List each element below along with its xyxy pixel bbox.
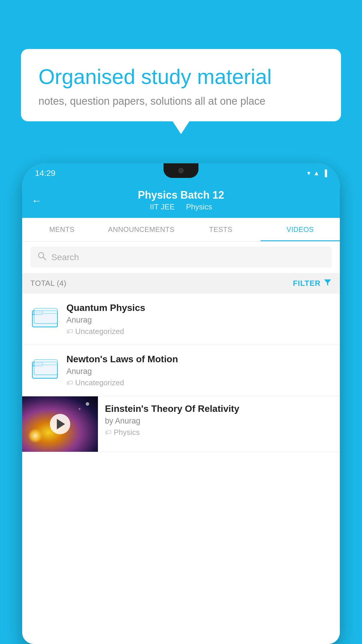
tag-icon-1: 🏷 — [66, 328, 73, 335]
signal-icon: ▲ — [313, 169, 320, 177]
video-item-2[interactable]: Newton's Laws of Motion Anurag 🏷 Uncateg… — [22, 345, 340, 396]
search-placeholder: Search — [51, 252, 79, 262]
video-title-3: Einstein's Theory Of Relativity — [105, 403, 333, 414]
video-info-3: Einstein's Theory Of Relativity by Anura… — [98, 396, 340, 437]
video-item-1[interactable]: Quantum Physics Anurag 🏷 Uncategorized — [22, 294, 340, 345]
video-tag-2: 🏷 Uncategorized — [66, 378, 332, 387]
tab-tests[interactable]: TESTS — [181, 218, 261, 241]
camera-dot — [178, 168, 184, 173]
play-triangle-icon — [57, 419, 65, 429]
video-author-1: Anurag — [66, 316, 332, 325]
battery-icon: ▐ — [322, 169, 327, 177]
video-title-1: Quantum Physics — [66, 302, 332, 313]
speech-bubble-card: Organised study material notes, question… — [21, 49, 341, 121]
video-author-3: by Anurag — [105, 416, 333, 426]
search-bar-container: Search — [22, 242, 340, 273]
filter-label: FILTER — [293, 279, 321, 288]
tab-ments[interactable]: MENTS — [22, 218, 102, 241]
status-bar: 14:29 ▾ ▲ ▐ — [22, 163, 340, 183]
header-subtitle-right: Physics — [186, 202, 212, 211]
search-bar[interactable]: Search — [30, 247, 332, 268]
video-thumb-1 — [30, 302, 59, 332]
speech-bubble-title: Organised study material — [38, 64, 324, 89]
total-count: TOTAL (4) — [30, 279, 66, 288]
tab-videos[interactable]: VIDEOS — [261, 218, 340, 241]
svg-rect-8 — [34, 360, 57, 375]
speech-bubble-subtitle: notes, question papers, solutions all at… — [38, 95, 324, 107]
video-author-2: Anurag — [66, 367, 332, 376]
video-tag-1: 🏷 Uncategorized — [66, 327, 332, 336]
header-subtitle: IIT JEE Physics — [147, 202, 215, 211]
video-thumbnail-3 — [22, 396, 98, 452]
tab-announcements[interactable]: ANNOUNCEMENTS — [102, 218, 181, 241]
play-button-3[interactable] — [50, 414, 70, 434]
wifi-icon: ▾ — [307, 169, 310, 177]
tag-icon-3: 🏷 — [105, 429, 111, 436]
tag-icon-2: 🏷 — [66, 379, 73, 387]
phone-notch — [164, 163, 198, 178]
video-title-2: Newton's Laws of Motion — [66, 354, 332, 365]
svg-line-1 — [43, 257, 46, 260]
filter-bar: TOTAL (4) FILTER — [22, 273, 340, 294]
header-subtitle-left: IIT JEE — [150, 202, 175, 211]
video-info-1: Quantum Physics Anurag 🏷 Uncategorized — [66, 302, 332, 336]
video-item-3[interactable]: Einstein's Theory Of Relativity by Anura… — [22, 396, 340, 452]
search-icon — [37, 251, 47, 263]
status-icons: ▾ ▲ ▐ — [307, 169, 327, 177]
header-title: Physics Batch 12 — [138, 189, 224, 201]
phone-frame: 14:29 ▾ ▲ ▐ ← Physics Batch 12 IIT JEE P… — [22, 163, 340, 644]
svg-rect-5 — [34, 308, 57, 323]
tabs-bar: MENTS ANNOUNCEMENTS TESTS VIDEOS — [22, 218, 340, 242]
video-thumb-2 — [30, 354, 59, 383]
status-time: 14:29 — [35, 169, 55, 178]
svg-marker-2 — [324, 279, 331, 286]
back-button[interactable]: ← — [31, 195, 42, 207]
video-info-2: Newton's Laws of Motion Anurag 🏷 Uncateg… — [66, 354, 332, 387]
app-header: ← Physics Batch 12 IIT JEE Physics — [22, 183, 340, 218]
filter-button[interactable]: FILTER — [293, 278, 332, 288]
video-tag-3: 🏷 Physics — [105, 428, 333, 437]
filter-icon — [324, 278, 332, 288]
video-list: Quantum Physics Anurag 🏷 Uncategorized — [22, 294, 340, 644]
